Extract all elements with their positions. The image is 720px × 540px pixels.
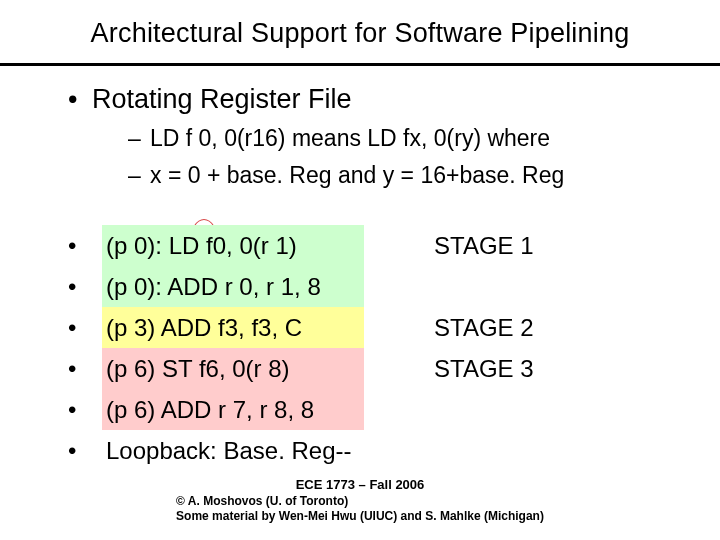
sub-a: LD f 0, 0(r16) means LD fx, 0(ry) where [150, 125, 550, 151]
bullet-dot: • [68, 266, 102, 307]
bullet-level-2: –LD f 0, 0(r16) means LD fx, 0(ry) where [128, 125, 720, 152]
bullet-dot: • [68, 307, 102, 348]
code-line: (p 6) ADD r 7, r 8, 8 [102, 389, 364, 430]
code-line: (p 6) ST f6, 0(r 8) [102, 348, 364, 389]
bullet-level-2: –x = 0 + base. Reg and y = 16+base. Reg [128, 162, 720, 189]
dash: – [128, 162, 150, 189]
code-line: Loopback: Base. Reg-- [102, 430, 364, 471]
footer-line: Some material by Wen-Mei Hwu (UIUC) and … [176, 509, 544, 524]
bullet-dot: • [68, 389, 102, 430]
code-block: • (p 0): LD f0, 0(r 1) STAGE 1 • (p 0): … [68, 225, 668, 471]
title-rule [0, 63, 720, 66]
dash: – [128, 125, 150, 152]
code-row: • (p 6) ADD r 7, r 8, 8 [68, 389, 668, 430]
bullet-dot: • [68, 84, 92, 115]
stage-label: STAGE 3 [364, 348, 534, 389]
sub-b: x = 0 + base. Reg and y = 16+base. Reg [150, 162, 564, 188]
code-row: • (p 3) ADD f3, f3, C STAGE 2 [68, 307, 668, 348]
code-row: • (p 0): LD f0, 0(r 1) STAGE 1 [68, 225, 668, 266]
stage-label: STAGE 2 [364, 307, 534, 348]
footer-course: ECE 1773 – Fall 2006 [0, 477, 720, 492]
code-line: (p 3) ADD f3, f3, C [102, 307, 364, 348]
bullet-dot: • [68, 225, 102, 266]
bullet-level-1: •Rotating Register File [68, 84, 720, 115]
footer: ECE 1773 – Fall 2006 © A. Moshovos (U. o… [0, 477, 720, 524]
code-row: • (p 6) ST f6, 0(r 8) STAGE 3 [68, 348, 668, 389]
code-line: (p 0): LD f0, 0(r 1) [102, 225, 364, 266]
slide: { "title": "Architectural Support for So… [0, 0, 720, 540]
code-line: (p 0): ADD r 0, r 1, 8 [102, 266, 364, 307]
bullet-dot: • [68, 430, 102, 471]
footer-line: © A. Moshovos (U. of Toronto) [176, 494, 544, 509]
heading-text: Rotating Register File [92, 84, 352, 114]
code-row: • Loopback: Base. Reg-- [68, 430, 668, 471]
code-row: • (p 0): ADD r 0, r 1, 8 [68, 266, 668, 307]
page-title: Architectural Support for Software Pipel… [0, 0, 720, 57]
bullet-dot: • [68, 348, 102, 389]
stage-label: STAGE 1 [364, 225, 534, 266]
